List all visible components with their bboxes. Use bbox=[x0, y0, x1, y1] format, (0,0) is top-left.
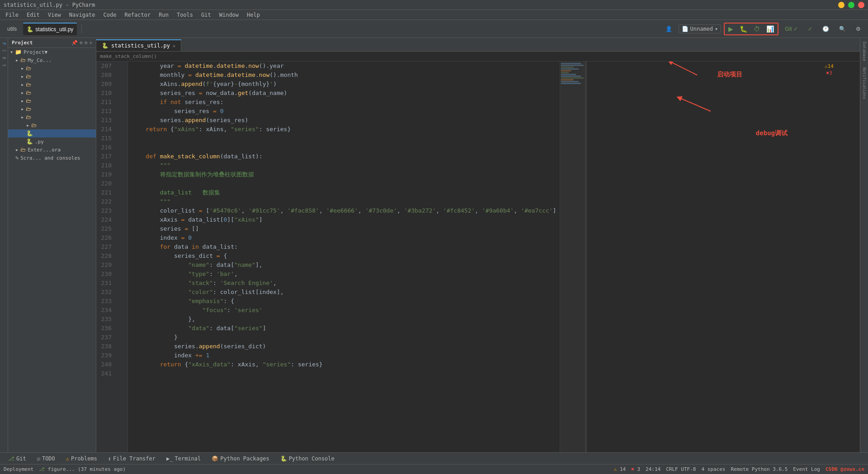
menu-navigate[interactable]: Navigate bbox=[66, 11, 99, 19]
status-line-col[interactable]: 24:14 bbox=[646, 466, 660, 472]
tree-scratches[interactable]: ✎ Scra... and consoles bbox=[8, 154, 96, 162]
scratches-icon: ✎ bbox=[15, 155, 19, 161]
bottom-tab-transfer[interactable]: ↕ File Transfer bbox=[104, 455, 160, 463]
bottom-tab-terminal[interactable]: ▶_ Terminal bbox=[162, 455, 205, 463]
chevron-right-icon-4: ▸ bbox=[21, 81, 24, 88]
tab-close-button[interactable]: ✕ bbox=[173, 43, 175, 48]
file-tab-utils[interactable]: utils bbox=[4, 23, 20, 35]
bottom-tab-git[interactable]: ⎇ Git bbox=[4, 455, 31, 463]
file-py-icon: 🐍 bbox=[26, 130, 33, 137]
code-line-226: index = 0 bbox=[132, 233, 556, 242]
sidebar-database[interactable]: Database bbox=[862, 40, 867, 63]
status-encoding[interactable]: CRLF UTF-8 bbox=[666, 466, 696, 472]
file-py-icon-2: 🐍 bbox=[26, 138, 33, 145]
tree-folder-6[interactable]: ▸ 🗁 bbox=[8, 97, 96, 105]
tree-subfolder[interactable]: ▸ 🗁 bbox=[8, 121, 96, 129]
code-line-224: xAxis = data_list[0]["xAins"] bbox=[132, 215, 556, 224]
search-everywhere-button[interactable]: 🔍 bbox=[835, 23, 849, 35]
minimize-button[interactable] bbox=[838, 2, 844, 8]
status-event-log[interactable]: Event Log bbox=[793, 466, 820, 472]
project-pin-icon[interactable]: 📌 bbox=[71, 40, 78, 46]
git-push-button[interactable]: ✓ bbox=[804, 23, 816, 35]
annotation-debug-label: debug调试 bbox=[756, 129, 788, 137]
close-button[interactable] bbox=[858, 2, 864, 8]
console-icon: 🐍 bbox=[280, 455, 287, 462]
code-line-210: series_res = now_data.get(data_name) bbox=[132, 89, 556, 98]
git-history-button[interactable]: 🕐 bbox=[819, 23, 833, 35]
folder-icon-5: 🗁 bbox=[26, 90, 31, 96]
chevron-right-icon-2: ▸ bbox=[21, 65, 24, 71]
tree-file-py[interactable]: 🐍 .py bbox=[8, 137, 96, 146]
folder-icon-3: 🗁 bbox=[26, 73, 31, 80]
tree-folder-8[interactable]: ▸ 🗁 bbox=[8, 113, 96, 121]
tree-folder-3[interactable]: ▸ 🗁 bbox=[8, 72, 96, 81]
settings-button[interactable]: ⚙ bbox=[852, 23, 864, 35]
tree-file-selected[interactable]: 🐍 bbox=[8, 129, 96, 137]
menu-view[interactable]: View bbox=[44, 11, 65, 19]
activity-structure[interactable]: S bbox=[0, 62, 8, 69]
code-line-212: series_res = 0 bbox=[132, 107, 556, 116]
status-warnings[interactable]: ⚠ 14 bbox=[614, 466, 626, 472]
status-indent[interactable]: 4 spaces bbox=[701, 466, 725, 472]
tree-folder-5[interactable]: ▸ 🗁 bbox=[8, 89, 96, 97]
menu-window[interactable]: Window bbox=[216, 11, 242, 19]
activity-bookmarks[interactable]: B bbox=[0, 54, 8, 62]
code-line-227: for data in data_list: bbox=[132, 242, 556, 251]
code-line-239: index += 1 bbox=[132, 351, 556, 360]
title-bar-controls[interactable] bbox=[838, 2, 864, 8]
folder-icon-7: 🗁 bbox=[26, 106, 31, 112]
profile-button[interactable]: 📊 bbox=[764, 24, 777, 33]
run-config-selector[interactable]: 📄 Unnamed ▾ bbox=[679, 24, 722, 33]
tree-folder-mycode[interactable]: ▸ 🗁 My_Co... bbox=[8, 56, 96, 64]
editor-tab-statistics[interactable]: 🐍 statistics_util.py ✕ bbox=[96, 39, 181, 51]
code-line-234: "focus": 'series' bbox=[132, 306, 556, 315]
menu-run[interactable]: Run bbox=[155, 11, 172, 19]
tree-external[interactable]: ▸ 🗁 Exter...ora bbox=[8, 146, 96, 154]
code-editor[interactable]: 207 208 209 210 211 212 213 214 215 216 … bbox=[96, 62, 860, 452]
chevron-right-icon-10: ▸ bbox=[15, 147, 19, 153]
bottom-tab-python-packages[interactable]: 📦 Python Packages bbox=[207, 455, 274, 463]
chevron-right-icon-9: ▸ bbox=[26, 122, 29, 128]
file-tab-statistics[interactable]: 🐍 statistics_util.py bbox=[23, 23, 77, 35]
menu-help[interactable]: Help bbox=[243, 11, 264, 19]
menu-edit[interactable]: Edit bbox=[23, 11, 43, 19]
account-button[interactable]: 👤 bbox=[662, 23, 676, 35]
git-update-button[interactable]: Git ✓ bbox=[781, 23, 802, 35]
menu-tools[interactable]: Tools bbox=[173, 11, 197, 19]
project-close-icon[interactable]: ✕ bbox=[89, 40, 92, 46]
activity-commit[interactable]: C bbox=[0, 47, 8, 54]
code-line-233: "emphasis": { bbox=[132, 297, 556, 306]
tree-folder-4[interactable]: ▸ 🗁 bbox=[8, 81, 96, 89]
code-line-222: """ bbox=[132, 197, 556, 206]
folder-icon: 🗁 bbox=[20, 57, 26, 63]
run-button[interactable]: ▶ bbox=[726, 24, 736, 33]
status-bar: Deployment ⎇ figure... (37 minutes ago) … bbox=[0, 464, 868, 474]
tree-folder-2[interactable]: ▸ 🗁 bbox=[8, 64, 96, 72]
folder-icon-6: 🗁 bbox=[26, 98, 31, 104]
bottom-tab-problems[interactable]: ⚠ Problems bbox=[61, 455, 102, 463]
code-line-236: "data": data["series"] bbox=[132, 324, 556, 333]
menu-file[interactable]: File bbox=[2, 11, 22, 19]
menu-code[interactable]: Code bbox=[100, 11, 120, 19]
code-lines[interactable]: year = datetime.datetime.now().year mont… bbox=[128, 62, 560, 452]
tree-root[interactable]: ▾ 📁 Project▼ bbox=[8, 48, 96, 56]
debug-button[interactable]: 🐛 bbox=[737, 24, 750, 33]
bottom-tab-python-console[interactable]: 🐍 Python Console bbox=[276, 455, 339, 463]
maximize-button[interactable] bbox=[848, 2, 854, 8]
chevron-right-icon: ▸ bbox=[15, 57, 19, 63]
coverage-button[interactable]: ⏱ bbox=[751, 24, 763, 33]
status-csdn[interactable]: CSDN @znwx.cn bbox=[826, 466, 864, 472]
menu-refactor[interactable]: Refactor bbox=[121, 11, 154, 19]
tree-folder-7[interactable]: ▸ 🗁 bbox=[8, 105, 96, 113]
activity-project[interactable]: P bbox=[0, 40, 8, 47]
status-git-branch[interactable]: ⎇ figure... (37 minutes ago) bbox=[39, 466, 126, 472]
status-deployment[interactable]: Deployment bbox=[4, 466, 33, 472]
sidebar-notifications[interactable]: Notifications bbox=[862, 66, 867, 101]
chevron-right-icon-7: ▸ bbox=[21, 106, 24, 112]
status-errors[interactable]: ✖ 3 bbox=[631, 466, 640, 472]
project-options-icon[interactable]: ⚙ bbox=[85, 40, 88, 46]
status-python[interactable]: Remote Python 3.6.5 bbox=[731, 466, 788, 472]
project-expand-icon[interactable]: ⊕ bbox=[80, 40, 83, 46]
menu-git[interactable]: Git bbox=[198, 11, 215, 19]
bottom-tab-todo[interactable]: ☑ TODO bbox=[33, 455, 60, 463]
